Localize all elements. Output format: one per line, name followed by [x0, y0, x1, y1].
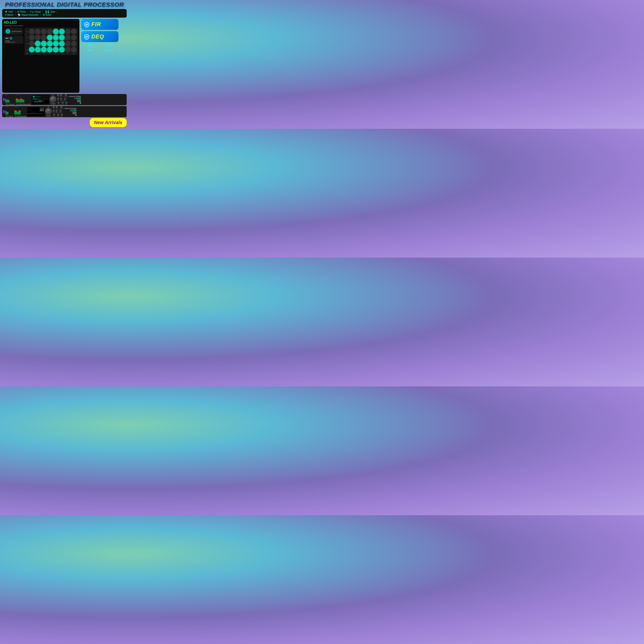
ld336-big-knob[interactable] — [45, 108, 52, 114]
ld448-gain-knob[interactable] — [57, 94, 59, 96]
matrix-ch-label: CH — [26, 53, 29, 54]
matrix-a8 — [71, 47, 77, 52]
ld336-ctrl-setting: SETTING — [56, 114, 60, 117]
gain-label: Gain — [8, 11, 13, 13]
ld336-vu-in-a — [5, 110, 6, 114]
bottom-section: New Arrivals — [2, 117, 127, 127]
ld448-out-mutes: EDIT — [16, 104, 31, 105]
ld336-edit-btn[interactable]: EDIT — [5, 116, 8, 117]
ld336-mute-c[interactable] — [12, 116, 13, 117]
mute-out-8[interactable] — [30, 104, 31, 105]
mute-out-5[interactable] — [25, 104, 26, 105]
ld448-big-knob[interactable] — [50, 96, 56, 102]
ld448-usb-port[interactable]: ←USB — [77, 100, 81, 102]
ld336-vu-out — [14, 108, 26, 114]
ch-6: 6 — [59, 53, 65, 54]
title-section: PROFESSIONAL DIGITAL PROCESSOR — [2, 2, 127, 8]
mute-out-4[interactable] — [24, 104, 25, 105]
ld448-eq-knob[interactable] — [57, 98, 59, 100]
ld336-vu-in — [5, 108, 13, 114]
ld336-xover-knob[interactable] — [53, 114, 55, 116]
ld448-mx-knob[interactable] — [60, 98, 62, 100]
ld448-save-label: SAVE — [65, 104, 67, 105]
gate-icon: ▐║▌ — [45, 11, 50, 13]
ld336-ch-out-label: CH OUT — [14, 106, 26, 107]
ld336-brand-area: PAULKITSON LD336 ←USB — [65, 108, 76, 116]
ld336-comp-knob[interactable] — [60, 106, 62, 108]
led-subtitle: The function is more intuitive — [4, 25, 78, 26]
ld336-mx-knob[interactable] — [56, 110, 58, 112]
matrix-c5 — [53, 35, 59, 40]
ld448-setting-knob[interactable] — [62, 102, 64, 104]
ld448-comp-knob[interactable] — [65, 94, 67, 96]
device-ld448: CH IN — [2, 94, 127, 105]
ld448-delay-knob[interactable] — [60, 94, 62, 96]
ld336-mute-out-1[interactable] — [18, 116, 19, 117]
mute-btn-d[interactable] — [13, 104, 14, 105]
ld448-ctrl-save: SAVE — [65, 102, 67, 105]
ld336-model-name: LD336 — [70, 109, 76, 112]
ld336-edit-btn-out[interactable]: EDIT — [14, 116, 17, 117]
ld336-mute-out-6[interactable] — [25, 116, 26, 117]
ld336-save-knob[interactable] — [61, 114, 63, 116]
deq-badge: DEQ — [81, 31, 118, 42]
ld448-gain-label: GAIN — [57, 96, 59, 97]
ld336-out-mutes: EDIT — [14, 116, 26, 117]
ld448-recall-knob[interactable] — [64, 98, 66, 100]
edit-btn[interactable]: EDIT — [5, 104, 8, 105]
mute-out-2[interactable] — [21, 104, 22, 105]
ld448-ctrl-gain: GAIN — [57, 94, 59, 97]
vu-out-7 — [22, 98, 23, 102]
ld336-gain-knob[interactable] — [53, 106, 55, 108]
mute-btn-c[interactable] — [12, 104, 13, 105]
ld336-recall-knob[interactable] — [59, 110, 62, 112]
mute-out-3[interactable] — [22, 104, 23, 105]
ld448-right-controls: GAIN DELAY COMP/LIMIT EQ — [57, 94, 68, 105]
feature-delay: ⏱ Delay — [17, 11, 26, 13]
ld336-delay-knob[interactable] — [56, 106, 58, 108]
user-avatar: 👤 — [6, 29, 10, 34]
middle-section: HD-LED The function is more intuitive 👤 … — [2, 19, 127, 93]
ld336-mute-out-4[interactable] — [22, 116, 23, 117]
led-display-container: HD-LED The function is more intuitive 👤 … — [2, 19, 79, 93]
vu-out-3 — [18, 98, 19, 102]
ld336-power-led — [3, 110, 5, 113]
edit-btn-out[interactable]: EDIT — [16, 104, 19, 105]
mute-btn-a[interactable] — [9, 104, 10, 105]
vu-out-4 — [19, 98, 20, 102]
ld448-xover-knob[interactable] — [58, 102, 60, 104]
comp-icon: ▽▲ — [30, 10, 34, 13]
ld336-usb-port[interactable]: ←USB — [73, 112, 76, 114]
peq-gain-box: GainRB: 0.0 — [40, 108, 44, 111]
mute-out-1[interactable] — [19, 104, 20, 105]
matrix-a6 — [59, 47, 65, 52]
ld448-save-knob[interactable] — [65, 102, 67, 104]
ld336-ch-in-label: CH IN — [5, 106, 13, 107]
ld336-comp-label: COMP/LIMIT — [59, 108, 64, 109]
ld336-mute-out-2[interactable] — [19, 116, 20, 117]
ld336-mute-b[interactable] — [10, 116, 11, 117]
ld336-mute-out-5[interactable] — [24, 116, 25, 117]
ld448-screen-net: 🌐 ID:001 192.168.111.111 — [32, 98, 49, 100]
mute-out-7[interactable] — [28, 104, 29, 105]
in-a: A — [5, 103, 6, 104]
ld448-ch-in-section: CH IN — [5, 94, 14, 105]
feature-matrix: ↺ Matrix — [5, 14, 14, 16]
ld448-vu-out — [16, 96, 31, 102]
ld336-eq-knob[interactable] — [53, 110, 55, 112]
sep4: / — [57, 11, 58, 13]
ld336-mute-out-3[interactable] — [21, 116, 22, 117]
ld336-setting-knob[interactable] — [57, 114, 59, 116]
ld336-ctrl-mx: MX/EQ — [55, 110, 58, 113]
matrix-row-b-label: B — [26, 43, 29, 44]
ld336-ch-in-section: CH IN — [5, 106, 13, 117]
matrix-a5 — [53, 47, 59, 52]
ld336-mute-a[interactable] — [9, 116, 10, 117]
ld336-save-label: SAVE — [61, 116, 63, 117]
matrix-c1 — [29, 35, 35, 40]
mute-out-6[interactable] — [27, 104, 28, 105]
mute-btn-b[interactable] — [10, 104, 11, 105]
ld336-set-area: SET FUNCTIONCONTROL — [45, 106, 52, 117]
deq-shield-icon — [84, 34, 90, 40]
ld448-ch-out-section: CH OUT — [16, 94, 31, 105]
